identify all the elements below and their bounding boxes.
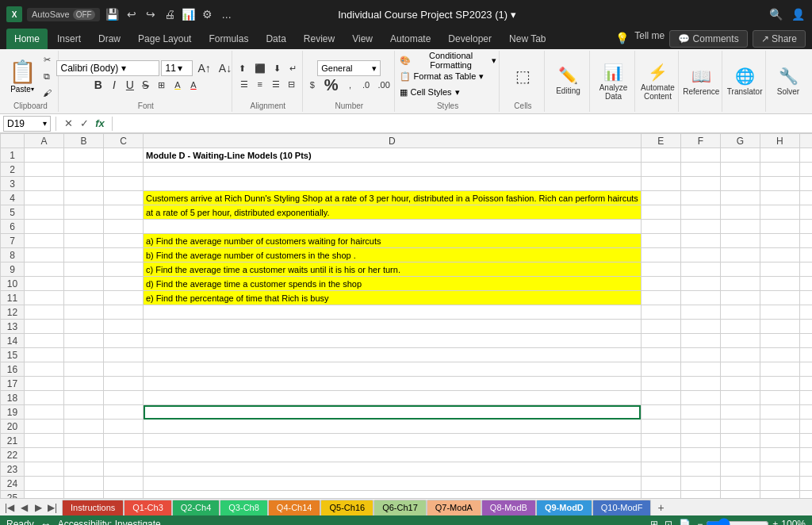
cell-g11[interactable] <box>720 291 760 305</box>
conditional-formatting-button[interactable]: 🎨 Conditional Formatting ▾ <box>396 53 500 67</box>
cell-f6[interactable] <box>680 220 720 234</box>
comma-button[interactable]: , <box>343 78 358 92</box>
cell-h22[interactable] <box>760 448 799 462</box>
sheet-tab-q5ch16[interactable]: Q5-Ch16 <box>320 500 373 515</box>
cell-f14[interactable] <box>680 334 720 348</box>
cell-e3[interactable] <box>641 177 680 191</box>
cell-h6[interactable] <box>760 220 799 234</box>
cell-f9[interactable] <box>680 262 720 277</box>
tab-new-tab[interactable]: New Tab <box>501 29 553 49</box>
cell-e17[interactable] <box>641 377 680 391</box>
col-header-b[interactable]: B <box>64 134 104 148</box>
cell-d8[interactable]: b) Find the average number of customers … <box>144 248 642 262</box>
cell-g7[interactable] <box>720 234 760 248</box>
col-header-g[interactable]: G <box>720 134 760 148</box>
cell-g5[interactable] <box>720 205 760 220</box>
cell-h10[interactable] <box>760 277 799 291</box>
cell-i24[interactable] <box>799 477 812 491</box>
cell-a3[interactable] <box>25 177 64 191</box>
cell-d20[interactable] <box>144 420 642 434</box>
cell-h21[interactable] <box>760 434 799 448</box>
cell-f17[interactable] <box>680 377 720 391</box>
cell-f21[interactable] <box>680 434 720 448</box>
number-format-dropdown[interactable]: General ▾ <box>317 60 381 76</box>
cell-e21[interactable] <box>641 434 680 448</box>
cell-c6[interactable] <box>104 220 144 234</box>
tab-data[interactable]: Data <box>258 29 293 49</box>
cell-e9[interactable] <box>641 262 680 277</box>
currency-button[interactable]: $ <box>305 78 320 92</box>
cell-h18[interactable] <box>760 391 799 405</box>
cell-d21[interactable] <box>144 434 642 448</box>
editing-button[interactable]: ✏️ Editing <box>550 63 585 99</box>
row-header[interactable]: 11 <box>1 291 25 305</box>
cell-g18[interactable] <box>720 391 760 405</box>
cell-e24[interactable] <box>641 477 680 491</box>
cell-f25[interactable] <box>680 491 720 499</box>
cell-d13[interactable] <box>144 320 642 334</box>
cell-b4[interactable] <box>64 191 104 205</box>
cell-f23[interactable] <box>680 462 720 477</box>
cell-b15[interactable] <box>64 348 104 362</box>
cell-h8[interactable] <box>760 248 799 262</box>
cell-d23[interactable] <box>144 462 642 477</box>
cell-a2[interactable] <box>25 163 64 177</box>
cell-h16[interactable] <box>760 362 799 377</box>
tab-developer[interactable]: Developer <box>440 29 500 49</box>
cell-d19[interactable] <box>144 405 642 420</box>
cell-d4[interactable]: Customers arrive at Rich Dunn's Styling … <box>144 191 642 205</box>
cell-c1[interactable] <box>104 148 144 163</box>
cell-a7[interactable] <box>25 234 64 248</box>
cell-c5[interactable] <box>104 205 144 220</box>
cell-b9[interactable] <box>64 262 104 277</box>
cell-g24[interactable] <box>720 477 760 491</box>
cell-b19[interactable] <box>64 405 104 420</box>
row-header[interactable]: 9 <box>1 262 25 277</box>
cell-c8[interactable] <box>104 248 144 262</box>
sheet-tab-q3ch8[interactable]: Q3-Ch8 <box>220 500 268 515</box>
cell-a18[interactable] <box>25 391 64 405</box>
cell-f11[interactable] <box>680 291 720 305</box>
cell-a4[interactable] <box>25 191 64 205</box>
sheet-tab-q9modd[interactable]: Q9-ModD <box>536 500 592 515</box>
cell-d11[interactable]: e) Find the percentage of time that Rich… <box>144 291 642 305</box>
formula-input[interactable] <box>117 118 809 129</box>
sheet-tab-q6ch17[interactable]: Q6-Ch17 <box>373 500 427 515</box>
row-header[interactable]: 22 <box>1 448 25 462</box>
cell-i25[interactable] <box>799 491 812 499</box>
tab-draw[interactable]: Draw <box>90 29 128 49</box>
strikethrough-button[interactable]: S̶ <box>139 78 153 92</box>
cell-b21[interactable] <box>64 434 104 448</box>
sheet-tab-q7moda[interactable]: Q7-ModA <box>427 500 481 515</box>
format-as-table-button[interactable]: 📋 Format as Table ▾ <box>396 69 500 83</box>
cell-g13[interactable] <box>720 320 760 334</box>
cell-reference-box[interactable]: D19 ▾ <box>3 116 51 132</box>
cell-i11[interactable] <box>799 291 812 305</box>
cell-g4[interactable] <box>720 191 760 205</box>
bold-button[interactable]: B <box>91 78 105 92</box>
cell-g19[interactable] <box>720 405 760 420</box>
cell-h4[interactable] <box>760 191 799 205</box>
last-sheet-button[interactable]: ▶| <box>46 501 59 514</box>
redo-icon[interactable]: ↪ <box>143 6 159 22</box>
cell-f19[interactable] <box>680 405 720 420</box>
fill-color-button[interactable]: A <box>170 78 185 92</box>
cell-a25[interactable] <box>25 491 64 499</box>
cell-h2[interactable] <box>760 163 799 177</box>
cell-c24[interactable] <box>104 477 144 491</box>
cell-g17[interactable] <box>720 377 760 391</box>
cell-i3[interactable] <box>799 177 812 191</box>
cell-g14[interactable] <box>720 334 760 348</box>
cell-e10[interactable] <box>641 277 680 291</box>
cell-a12[interactable] <box>25 305 64 320</box>
cell-a10[interactable] <box>25 277 64 291</box>
cell-h11[interactable] <box>760 291 799 305</box>
cell-i13[interactable] <box>799 320 812 334</box>
cell-g8[interactable] <box>720 248 760 262</box>
cell-e19[interactable] <box>641 405 680 420</box>
prev-sheet-button[interactable]: ◀ <box>17 501 30 514</box>
add-sheet-button[interactable]: + <box>651 500 670 515</box>
cell-g6[interactable] <box>720 220 760 234</box>
cell-h9[interactable] <box>760 262 799 277</box>
cell-c4[interactable] <box>104 191 144 205</box>
